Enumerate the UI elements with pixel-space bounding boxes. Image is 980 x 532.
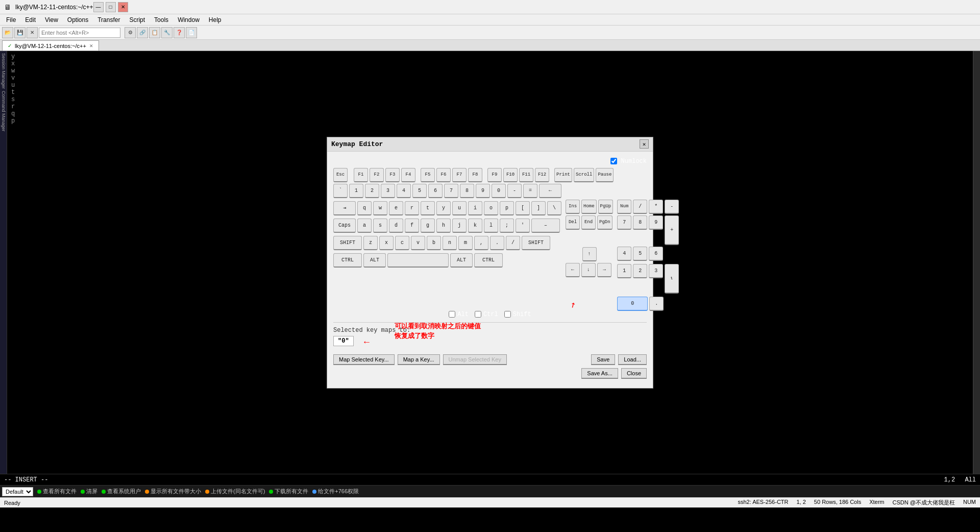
terminal[interactable]: y x w v u t s r q p Keymap Editor ✕	[7, 51, 973, 474]
key-f9[interactable]: F9	[487, 168, 502, 182]
key-f[interactable]: f	[405, 219, 419, 233]
key-9[interactable]: 9	[476, 184, 490, 198]
key-left[interactable]: ←	[566, 263, 580, 277]
qa-download[interactable]: 下载所有文件	[269, 488, 308, 495]
key-a[interactable]: a	[357, 219, 372, 233]
key-backtick[interactable]: `	[333, 184, 348, 198]
key-right[interactable]: →	[597, 263, 611, 277]
key-caps[interactable]: Caps	[333, 219, 356, 233]
key-h[interactable]: h	[436, 219, 451, 233]
key-num4[interactable]: 4	[617, 247, 631, 261]
key-lbracket[interactable]: [	[516, 201, 530, 215]
menu-item-window[interactable]: Window	[174, 15, 204, 25]
key-pgup[interactable]: PgUp	[598, 200, 614, 214]
qa-filesize[interactable]: 显示所有文件带大小	[145, 488, 201, 495]
tab-0[interactable]: ✓ lky@VM-12-11-centos:~/c++ ✕	[2, 40, 99, 51]
toolbar-btn-1[interactable]: 📂	[2, 27, 13, 38]
key-num8[interactable]: 8	[633, 215, 647, 230]
key-tab[interactable]: ⇥	[333, 201, 356, 215]
key-f5[interactable]: F5	[421, 168, 435, 182]
key-f8[interactable]: F8	[468, 168, 482, 182]
key-lshift[interactable]: SHIFT	[333, 236, 362, 250]
ctrl-checkbox[interactable]	[475, 311, 481, 318]
shift-checkbox[interactable]	[504, 311, 511, 318]
key-5[interactable]: 5	[412, 184, 427, 198]
key-x[interactable]: x	[379, 236, 394, 250]
key-del[interactable]: Del	[566, 215, 580, 230]
key-6[interactable]: 6	[428, 184, 443, 198]
key-ralt[interactable]: ALT	[450, 253, 473, 268]
key-u[interactable]: u	[452, 201, 467, 215]
key-print[interactable]: Print	[554, 168, 572, 182]
key-num-dot[interactable]: .	[649, 297, 664, 311]
key-rshift[interactable]: SHIFT	[522, 236, 550, 250]
menu-item-help[interactable]: Help	[205, 15, 226, 25]
key-3[interactable]: 3	[381, 184, 395, 198]
key-num6[interactable]: 6	[649, 247, 663, 261]
key-7[interactable]: 7	[444, 184, 458, 198]
key-j[interactable]: j	[452, 219, 467, 233]
maximize-button[interactable]: □	[106, 2, 116, 12]
qa-upload[interactable]: 上传文件(同名文件可)	[205, 488, 265, 495]
key-period[interactable]: .	[490, 236, 504, 250]
menu-item-options[interactable]: Options	[63, 15, 92, 25]
toolbar-btn-8[interactable]: ❓	[174, 27, 185, 38]
qa-chmod[interactable]: 给文件+766权限	[312, 488, 359, 495]
host-input[interactable]	[39, 28, 120, 38]
key-f2[interactable]: F2	[370, 168, 384, 182]
key-num-star[interactable]: *	[649, 200, 663, 214]
key-r[interactable]: r	[405, 201, 419, 215]
key-comma[interactable]: ,	[474, 236, 488, 250]
key-rbracket[interactable]: ]	[531, 201, 546, 215]
save-button[interactable]: Save	[591, 354, 615, 365]
key-t[interactable]: t	[421, 201, 435, 215]
close-button[interactable]: ✕	[118, 2, 128, 12]
menu-item-script[interactable]: Script	[125, 15, 149, 25]
key-equals[interactable]: =	[523, 184, 537, 198]
numlock-checkbox[interactable]	[610, 158, 617, 164]
key-lctrl[interactable]: CTRL	[333, 253, 362, 268]
key-l[interactable]: l	[484, 219, 498, 233]
key-f1[interactable]: F1	[354, 168, 368, 182]
toolbar-btn-5[interactable]: 🔗	[137, 27, 148, 38]
key-home[interactable]: Home	[581, 200, 597, 214]
key-f4[interactable]: F4	[401, 168, 415, 182]
toolbar-btn-3[interactable]: ✕	[27, 27, 38, 38]
menu-item-file[interactable]: File	[2, 15, 20, 25]
key-b[interactable]: b	[427, 236, 441, 250]
key-lalt[interactable]: ALT	[363, 253, 386, 268]
key-num9[interactable]: 9	[649, 215, 663, 230]
key-f6[interactable]: F6	[436, 168, 451, 182]
key-num5[interactable]: 5	[633, 247, 647, 261]
qa-users[interactable]: 查看系统用户	[102, 488, 141, 495]
key-num3[interactable]: 3	[649, 264, 663, 278]
key-scroll[interactable]: Scroll	[574, 168, 594, 182]
toolbar-btn-9[interactable]: 📄	[186, 27, 197, 38]
key-e[interactable]: e	[389, 201, 403, 215]
scrollbar[interactable]	[973, 51, 980, 474]
key-minus[interactable]: -	[507, 184, 522, 198]
key-down[interactable]: ↓	[581, 263, 596, 277]
save-as-button[interactable]: Save As...	[581, 368, 618, 379]
key-z[interactable]: z	[363, 236, 378, 250]
key-backslash[interactable]: \	[547, 201, 561, 215]
key-rctrl[interactable]: CTRL	[474, 253, 503, 268]
key-p[interactable]: p	[500, 201, 514, 215]
key-f7[interactable]: F7	[452, 168, 467, 182]
menu-item-view[interactable]: View	[41, 15, 62, 25]
dialog-close-button[interactable]: Close	[621, 368, 647, 379]
key-m[interactable]: m	[458, 236, 473, 250]
menu-item-transfer[interactable]: Transfer	[93, 15, 124, 25]
key-d[interactable]: d	[389, 219, 403, 233]
key-o[interactable]: o	[484, 201, 498, 215]
key-pause[interactable]: Pause	[596, 168, 614, 182]
key-g[interactable]: g	[421, 219, 435, 233]
profile-select[interactable]: Default	[2, 487, 33, 496]
key-ins[interactable]: Ins	[566, 200, 580, 214]
key-backspace[interactable]: ←	[539, 184, 561, 198]
key-num2[interactable]: 2	[633, 264, 647, 278]
key-space[interactable]	[387, 253, 449, 268]
key-c[interactable]: c	[395, 236, 409, 250]
key-num7[interactable]: 7	[617, 215, 631, 230]
toolbar-btn-6[interactable]: 📋	[149, 27, 160, 38]
